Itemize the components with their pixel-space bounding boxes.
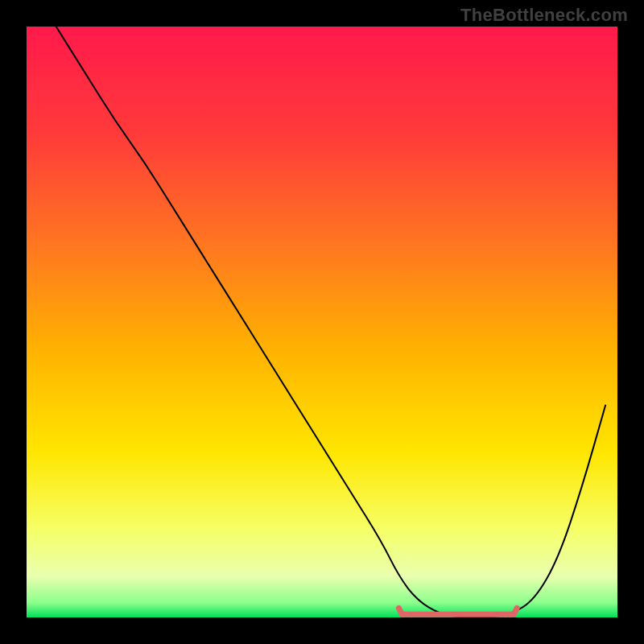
chart-container: TheBottleneck.com <box>0 0 644 644</box>
watermark-text: TheBottleneck.com <box>460 5 628 26</box>
bottleneck-chart <box>0 0 644 644</box>
plot-background <box>27 27 617 617</box>
